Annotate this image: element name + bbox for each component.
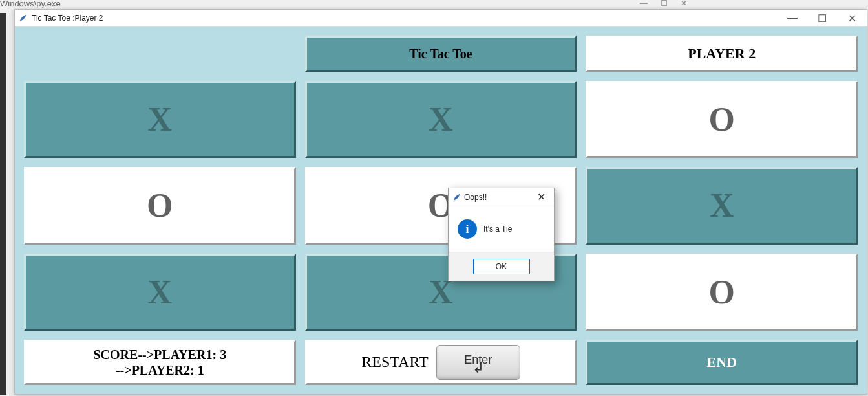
board-cell-1[interactable]: X [305, 81, 577, 158]
app-window: Tic Tac Toe :Player 2 — ☐ ✕ Tic Tac Toe … [14, 9, 867, 395]
board-cell-6[interactable]: X [24, 254, 296, 331]
messagebox-message: It's a Tie [483, 225, 512, 234]
enter-key-icon: Enter ↲ [436, 345, 520, 380]
messagebox-titlebar: Oops!! ✕ [449, 188, 554, 206]
end-label: END [706, 354, 736, 371]
maximize-button[interactable]: ☐ [807, 10, 837, 27]
cell-mark: X [148, 273, 173, 311]
messagebox-title: Oops!! [464, 193, 487, 202]
player-label: PLAYER 2 [688, 45, 756, 62]
player-panel: PLAYER 2 [586, 36, 858, 72]
messagebox: Oops!! ✕ i It's a Tie OK [448, 188, 555, 281]
background-path-text: Windows\py.exe [0, 0, 61, 8]
cell-mark: X [429, 100, 453, 138]
score-panel: SCORE-->PLAYER1: 3 -->PLAYER2: 1 [24, 340, 296, 385]
score-line-2: -->PLAYER2: 1 [93, 362, 226, 378]
editor-gutter [0, 13, 6, 395]
game-title-panel: Tic Tac Toe [305, 36, 577, 72]
titlebar: Tic Tac Toe :Player 2 — ☐ ✕ [15, 10, 867, 27]
end-button[interactable]: END [586, 340, 858, 385]
cell-mark: O [708, 100, 734, 138]
minimize-button[interactable]: — [778, 10, 807, 27]
messagebox-close-button[interactable]: ✕ [532, 190, 550, 205]
info-icon: i [458, 219, 477, 239]
game-title-label: Tic Tac Toe [409, 47, 472, 61]
board-cell-0[interactable]: X [24, 81, 296, 158]
header-spacer [24, 36, 296, 72]
restart-label: RESTART [361, 353, 428, 371]
restart-panel[interactable]: RESTART Enter ↲ [305, 340, 577, 385]
board-cell-2[interactable]: O [586, 81, 858, 158]
score-line-1: SCORE-->PLAYER1: 3 [93, 347, 226, 362]
board-cell-5[interactable]: X [586, 167, 858, 244]
messagebox-icon [452, 193, 461, 202]
app-icon [19, 14, 28, 23]
window-title: Tic Tac Toe :Player 2 [32, 14, 103, 23]
cell-mark: O [147, 186, 173, 225]
cell-mark: X [710, 186, 734, 225]
background-window-controls: —☐✕ [640, 0, 687, 8]
board-cell-8[interactable]: O [586, 254, 858, 331]
cell-mark: O [708, 273, 734, 311]
ok-button[interactable]: OK [473, 259, 530, 274]
close-button[interactable]: ✕ [837, 10, 867, 27]
board-cell-3[interactable]: O [24, 167, 296, 244]
enter-arrow-icon: ↲ [472, 364, 484, 371]
cell-mark: X [148, 100, 173, 138]
